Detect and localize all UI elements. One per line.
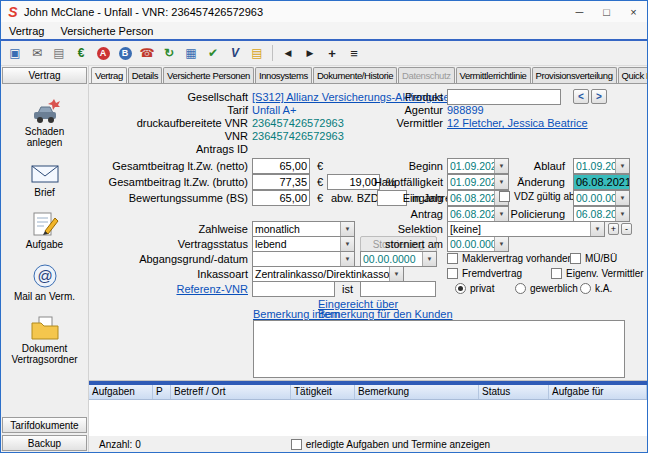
chevron-down-icon[interactable] — [422, 252, 436, 266]
antrag-select[interactable]: 06.08.2021 — [447, 206, 509, 222]
menu-button[interactable]: ≡ — [344, 43, 364, 63]
eingang-label: Eingang — [319, 192, 443, 204]
erledigte-anzeigen-checkbox[interactable]: erledigte Aufgaben und Termine anzeigen — [291, 439, 490, 450]
radio-icon — [515, 283, 526, 294]
produkt-prev-button[interactable]: < — [573, 89, 589, 104]
minimize-button[interactable]: ─ — [566, 1, 593, 22]
maklervertrag-checkbox[interactable]: Maklervertrag vorhanden — [447, 253, 573, 264]
gewerblich-radio[interactable]: gewerblich — [515, 283, 578, 294]
vdz-datum-select[interactable]: 00.00.0000 — [573, 190, 630, 206]
save-button[interactable]: ▣ — [5, 43, 25, 63]
tab-vertrag[interactable]: Vertrag — [91, 67, 127, 84]
ablauf-select[interactable]: 01.09.2022 — [573, 158, 630, 174]
tasks-button[interactable]: ✔ — [203, 43, 223, 63]
eigenv-vermittler-checkbox[interactable]: Eigenv. Vermittler — [551, 268, 644, 279]
add-button[interactable]: + — [322, 43, 342, 63]
badge-a-button[interactable]: A — [93, 43, 113, 63]
tarifdokumente-button[interactable]: Tarifdokumente — [2, 417, 87, 433]
tab-dokumente-historie[interactable]: Dokumente/Historie — [313, 67, 397, 83]
sidebar-item-schaden-anlegen[interactable]: Schaden anlegen — [1, 98, 88, 148]
ka-radio[interactable]: k.A. — [580, 283, 612, 294]
tab-versicherte-personen[interactable]: Versicherte Personen — [163, 67, 254, 83]
vermittler-value-link[interactable]: 12 Fletcher, Jessica Beatrice — [447, 117, 588, 129]
bemerkung-textarea[interactable] — [253, 320, 625, 378]
produkt-input[interactable] — [447, 89, 561, 105]
tab-provisionsverteilung[interactable]: Provisionsverteilung — [532, 67, 617, 83]
aenderung-field[interactable]: 06.08.2021 — [573, 174, 630, 190]
erledigte-anzeigen-label: erledigte Aufgaben und Termine anzeigen — [306, 439, 490, 450]
refresh-button[interactable]: ↻ — [159, 43, 179, 63]
chevron-down-icon[interactable] — [340, 252, 354, 266]
sidebar-item-aufgabe[interactable]: Aufgabe — [1, 211, 88, 250]
column-header-bemerkung[interactable]: Bemerkung — [355, 385, 479, 399]
chevron-left-icon: < — [578, 91, 584, 102]
tab-quick-prov[interactable]: Quick Prov. — [618, 67, 647, 83]
selektion-add-button[interactable]: + — [608, 223, 619, 235]
column-header-aufgabe-fuer[interactable]: Aufgabe für — [549, 385, 647, 399]
menu-versicherte-person[interactable]: Versicherte Person — [60, 25, 153, 37]
column-header-status[interactable]: Status — [479, 385, 549, 399]
netto-input[interactable]: 65,00 — [252, 158, 310, 174]
selektion-select[interactable]: [keine] — [447, 221, 605, 237]
referenz-vnr-link[interactable]: Referenz-VNR — [89, 283, 248, 295]
muebue-checkbox[interactable]: MÜ/BÜ — [570, 253, 617, 264]
reports-button[interactable]: V — [225, 43, 245, 63]
table-body-empty[interactable] — [89, 400, 647, 436]
sidebar-item-mail-an-verm[interactable]: @ Mail an Verm. — [1, 263, 88, 302]
fremdvertrag-checkbox[interactable]: Fremdvertrag — [447, 268, 522, 279]
tab-details[interactable]: Details — [128, 67, 162, 83]
nav-next-button[interactable]: ▶ — [300, 43, 320, 63]
column-header-betreff-ort[interactable]: Betreff / Ort — [171, 385, 291, 399]
chevron-down-icon[interactable] — [615, 159, 629, 173]
beginn-select[interactable]: 01.09.2021 — [447, 158, 509, 174]
nav-prev-button[interactable]: ◀ — [278, 43, 298, 63]
maximize-button[interactable]: □ — [593, 1, 620, 22]
hauptfaelligkeit-select[interactable]: 01.09.2021 — [447, 174, 509, 190]
close-button[interactable]: × — [620, 1, 647, 22]
sidebar-item-brief[interactable]: Brief — [1, 161, 88, 198]
column-header-p[interactable]: P — [153, 385, 171, 399]
abgangsgrund-select[interactable] — [252, 251, 355, 267]
documents-button[interactable]: ▤ — [247, 43, 267, 63]
checkbox-icon — [551, 268, 562, 279]
column-header-aufgaben[interactable]: Aufgaben — [89, 385, 153, 399]
checkbox-icon — [447, 268, 458, 279]
selektion-remove-button[interactable]: - — [621, 223, 632, 235]
brutto-input[interactable]: 77,35 — [252, 174, 310, 190]
column-header-taetigkeit[interactable]: Tätigkeit — [291, 385, 355, 399]
chevron-down-icon[interactable] — [389, 267, 403, 281]
badge-a-icon: A — [97, 47, 110, 60]
chevron-down-icon[interactable] — [494, 159, 508, 173]
abgangsdatum-select[interactable]: 00.00.0000 — [360, 251, 437, 267]
hauptfaelligkeit-value: 01.09.2021 — [448, 175, 494, 189]
produkt-next-button[interactable]: > — [591, 89, 607, 104]
storniert-am-select[interactable]: 00.00.0000 — [447, 236, 509, 252]
badge-b-button[interactable]: B — [115, 43, 135, 63]
sidebar-item-dokument-vertragsordner[interactable]: Dokument Vertragsordner — [1, 315, 88, 365]
phone-button[interactable]: ☎ — [137, 43, 157, 63]
chevron-down-icon[interactable] — [494, 207, 508, 221]
tab-vermittlerrichtlinie[interactable]: Vermittlerrichtlinie — [456, 67, 531, 83]
bewertungssumme-input[interactable]: 65,00 — [252, 190, 310, 206]
chevron-down-icon[interactable] — [590, 222, 604, 236]
print-button[interactable]: ▤ — [49, 43, 69, 63]
privat-radio[interactable]: privat — [455, 283, 494, 294]
chevron-down-icon[interactable] — [494, 175, 508, 189]
bemerkung-kunde-link[interactable]: Bemerkung für den Kunden — [318, 308, 453, 320]
chevron-down-icon[interactable] — [494, 237, 508, 251]
inkassoart-select[interactable]: Zentralinkasso/Direktinkasso — [252, 266, 404, 282]
vdz-label: VDZ gültig ab — [514, 191, 575, 202]
chevron-down-icon[interactable] — [615, 207, 629, 221]
euro-button[interactable]: € — [71, 43, 91, 63]
menu-vertrag[interactable]: Vertrag — [9, 25, 44, 37]
calendar-button[interactable]: ▦ — [181, 43, 201, 63]
referenz-ist-input[interactable] — [360, 281, 436, 297]
sidebar-item-label: Dokument Vertragsordner — [10, 343, 80, 365]
policierung-select[interactable]: 06.08.2021 — [573, 206, 630, 222]
tab-innosystems[interactable]: Innosystems — [255, 67, 312, 83]
backup-button[interactable]: Backup — [2, 435, 87, 451]
referenz-vnr-input[interactable] — [252, 281, 335, 297]
email-button[interactable]: ✉ — [27, 43, 47, 63]
chevron-down-icon[interactable] — [615, 191, 629, 205]
vdz-checkbox[interactable]: VDZ gültig ab — [499, 191, 575, 202]
